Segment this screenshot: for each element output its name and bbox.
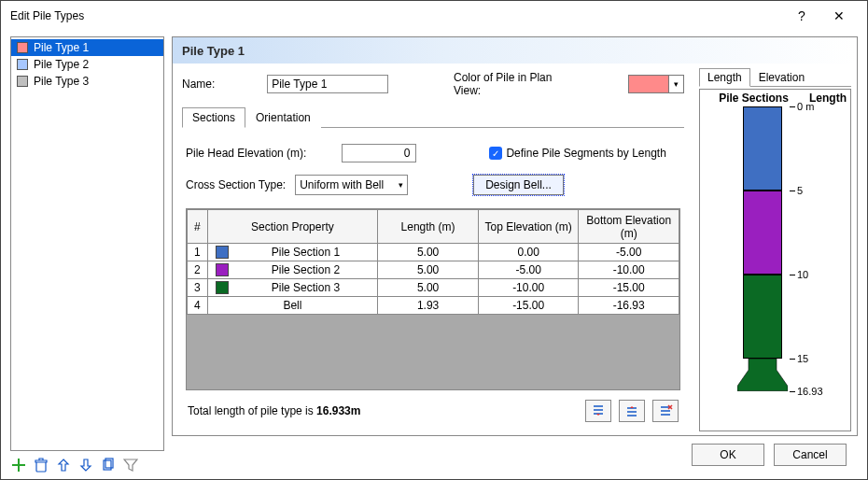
tab-sections[interactable]: Sections [182,107,245,128]
add-icon[interactable] [10,457,27,473]
axis-tick: 16.93 [790,386,823,397]
check-icon: ✓ [489,147,502,160]
left-column: Pile Type 1Pile Type 2Pile Type 3 [10,36,164,473]
define-by-length-label: Define Pile Segments by Length [506,147,665,160]
axis-tick: 5 [790,185,803,196]
list-item[interactable]: Pile Type 2 [11,56,163,73]
pile-diagram: Pile Sections Length 0 m5101516.93 [699,89,851,431]
color-swatch [629,76,668,92]
form-area: Name: Color of Pile in Plan View: ▾ [173,64,693,435]
list-item[interactable]: Pile Type 1 [11,39,163,56]
axis-tick: 0 m [790,101,814,112]
list-item-label: Pile Type 3 [34,75,89,88]
insert-after-button[interactable] [619,400,645,422]
move-up-icon[interactable] [55,457,72,473]
delete-row-button[interactable] [652,400,679,422]
diagram-tab-length[interactable]: Length [699,68,750,87]
help-button[interactable]: ? [783,8,820,23]
diagram-column: Length Elevation Pile Sections Length 0 … [693,64,857,435]
pile-segment [743,275,782,359]
content: Pile Type 1Pile Type 2Pile Type 3 Pile T… [1,31,867,479]
sections-grid[interactable]: # Section Property Length (m) Top Elevat… [187,209,679,315]
swatch-icon [17,42,28,53]
dialog-edit-pile-types: Edit Pile Types ? ✕ Pile Type 1Pile Type… [0,0,868,480]
chevron-down-icon: ▾ [399,180,403,190]
move-down-icon[interactable] [77,457,94,473]
head-elev-label: Pile Head Elevation (m): [186,147,306,160]
close-button[interactable]: ✕ [820,8,858,23]
panel-title: Pile Type 1 [173,37,857,64]
diagram-tabs: Length Elevation [699,67,851,87]
tab-sections-content: Pile Head Elevation (m): ✓ Define Pile S… [182,128,684,426]
swatch-icon [17,76,28,87]
cross-section-label: Cross Section Type: [186,178,286,191]
dialog-footer: OK Cancel [172,436,858,473]
diagram-body: 0 m5101516.93 [700,106,850,431]
tab-orientation[interactable]: Orientation [245,107,321,128]
diagram-title-left: Pile Sections [704,92,804,105]
delete-icon[interactable] [33,457,49,473]
design-bell-button[interactable]: Design Bell... [473,175,564,195]
section-tabs: Sections Orientation [182,106,684,128]
cancel-button[interactable]: Cancel [774,444,847,466]
list-toolbar [10,451,164,473]
detail-panel: Pile Type 1 Name: Color of Pile in Plan … [172,36,858,436]
cross-section-row: Cross Section Type: Uniform with Bell ▾ … [186,171,680,199]
copy-icon[interactable] [100,457,117,473]
table-row[interactable]: 1Pile Section 15.000.00-5.00 [188,244,679,261]
name-label: Name: [182,78,215,91]
filter-icon[interactable] [122,457,139,473]
cross-section-value: Uniform with Bell [300,178,393,191]
grid-toolbar [585,400,679,422]
swatch-icon [17,59,28,70]
total-row: Total length of pile type is 16.933m [186,390,680,426]
head-elevation-row: Pile Head Elevation (m): ✓ Define Pile S… [186,141,680,165]
cross-section-select[interactable]: Uniform with Bell ▾ [295,175,408,195]
axis-tick: 10 [790,269,808,280]
name-color-row: Name: Color of Pile in Plan View: ▾ [182,71,684,97]
diagram-header: Pile Sections Length [700,90,850,106]
pile-type-list[interactable]: Pile Type 1Pile Type 2Pile Type 3 [10,36,164,451]
axis-tick: 15 [790,353,808,364]
list-item-label: Pile Type 1 [34,41,89,54]
table-row[interactable]: 4Bell1.93-15.00-16.93 [188,297,679,315]
total-length-label: Total length of pile type is 16.933m [188,404,585,417]
table-row[interactable]: 2Pile Section 25.00-5.00-10.00 [188,261,679,279]
pile-segment [743,106,782,191]
window-title: Edit Pile Types [10,9,783,22]
table-row[interactable]: 3Pile Section 35.00-10.00-15.00 [188,279,679,297]
insert-before-button[interactable] [585,400,611,422]
right-column: Pile Type 1 Name: Color of Pile in Plan … [172,36,858,473]
color-dropdown[interactable]: ▾ [628,75,684,93]
titlebar: Edit Pile Types ? ✕ [1,1,867,31]
ok-button[interactable]: OK [692,444,764,466]
pile-segment-bell [737,359,788,394]
chevron-down-icon: ▾ [668,76,683,92]
diagram-tab-elevation[interactable]: Elevation [750,68,813,87]
color-label: Color of Pile in Plan View: [454,71,581,97]
list-item[interactable]: Pile Type 3 [11,73,163,90]
name-input[interactable] [267,75,388,93]
head-elev-input[interactable] [342,144,416,162]
sections-grid-wrap: # Section Property Length (m) Top Elevat… [186,208,680,390]
panel-body: Name: Color of Pile in Plan View: ▾ [173,64,857,435]
list-item-label: Pile Type 2 [34,58,89,71]
define-by-length-checkbox[interactable]: ✓ Define Pile Segments by Length [489,147,665,160]
pile-segment [743,191,782,275]
